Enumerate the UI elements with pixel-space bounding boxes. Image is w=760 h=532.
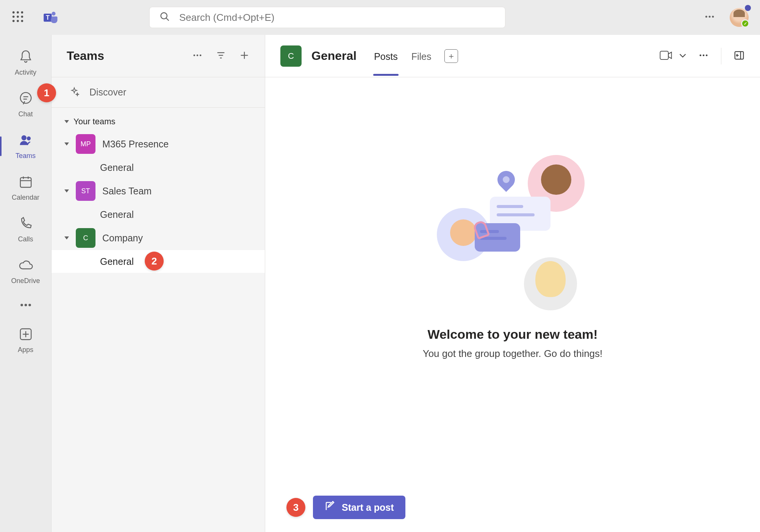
app-launcher-icon[interactable]: [11, 10, 24, 25]
svg-point-6: [13, 20, 15, 22]
discover-label: Discover: [89, 87, 126, 98]
team-name: Company: [102, 233, 143, 244]
team-row-sales[interactable]: ST Sales Team: [52, 179, 265, 203]
teams-panel-title: Teams: [67, 49, 104, 63]
svg-point-28: [28, 304, 31, 307]
rail-more[interactable]: [0, 293, 51, 319]
rail-calendar[interactable]: Calendar: [0, 167, 51, 208]
main-area: C General Posts Files ＋: [265, 35, 760, 532]
welcome-subtitle: You got the group together. Go do things…: [423, 348, 603, 360]
search-box[interactable]: [149, 7, 505, 28]
chevron-down-icon: [64, 120, 69, 123]
bell-icon: [19, 50, 33, 66]
channel-more-icon[interactable]: [698, 50, 709, 62]
chevron-down-icon: [676, 51, 689, 61]
channel-general-m365[interactable]: General: [52, 156, 265, 179]
svg-rect-44: [735, 52, 744, 59]
header-more-icon[interactable]: [704, 11, 715, 24]
teams-logo-icon: T: [43, 10, 58, 25]
svg-point-42: [703, 54, 705, 56]
welcome-title: Welcome to your new team!: [427, 327, 597, 342]
team-avatar: ST: [76, 181, 95, 201]
discover-row[interactable]: Discover: [52, 77, 265, 108]
svg-point-20: [22, 136, 26, 140]
search-input[interactable]: [179, 12, 495, 23]
annotation-badge-3: 3: [286, 498, 305, 517]
svg-point-7: [17, 20, 19, 22]
video-icon: [660, 51, 672, 61]
svg-rect-22: [20, 177, 31, 187]
svg-point-15: [709, 16, 711, 18]
annotation-badge-2: 2: [145, 252, 164, 271]
rail-chat-label: Chat: [18, 110, 33, 118]
svg-point-1: [17, 11, 19, 14]
rail-calendar-label: Calendar: [12, 194, 39, 202]
svg-point-43: [706, 54, 708, 56]
chevron-down-icon: [64, 142, 69, 146]
top-header: T: [0, 0, 760, 35]
rail-calls[interactable]: Calls: [0, 209, 51, 250]
svg-point-17: [20, 92, 31, 103]
tab-posts[interactable]: Posts: [374, 36, 398, 76]
tab-files[interactable]: Files: [411, 36, 432, 76]
your-teams-section: Your teams MP M365 Presence General ST S…: [52, 108, 265, 273]
rail-activity[interactable]: Activity: [0, 42, 51, 83]
start-post-button[interactable]: Start a post: [313, 496, 405, 519]
plus-icon: ＋: [447, 50, 455, 62]
welcome-illustration: [437, 155, 588, 310]
your-teams-header[interactable]: Your teams: [52, 117, 265, 132]
svg-point-11: [52, 12, 56, 16]
svg-point-21: [27, 137, 30, 140]
annotation-badge-1: 1: [37, 83, 56, 102]
add-team-icon[interactable]: [239, 50, 250, 62]
teams-more-icon[interactable]: [192, 50, 203, 62]
team-name: Sales Team: [102, 186, 152, 197]
your-teams-label: Your teams: [73, 117, 115, 127]
channel-label: General: [100, 256, 134, 267]
team-row-company[interactable]: C Company: [52, 226, 265, 250]
calendar-icon: [19, 175, 33, 191]
svg-line-13: [166, 18, 169, 21]
channel-header: C General Posts Files ＋: [265, 35, 760, 77]
svg-point-5: [21, 16, 23, 18]
svg-point-41: [700, 54, 702, 56]
compose-icon: [324, 501, 336, 514]
svg-rect-40: [660, 51, 668, 59]
user-avatar[interactable]: [730, 8, 749, 27]
sparkle-icon: [69, 86, 80, 99]
start-post-label: Start a post: [342, 502, 394, 513]
rail-apps[interactable]: Apps: [0, 320, 51, 361]
rail-activity-label: Activity: [15, 69, 36, 77]
teams-icon: [19, 133, 33, 149]
rail-teams[interactable]: Teams: [0, 126, 51, 167]
team-name: M365 Presence: [102, 139, 169, 150]
open-pane-icon[interactable]: [733, 50, 745, 63]
rail-apps-label: Apps: [18, 346, 33, 354]
svg-point-27: [24, 304, 27, 307]
filter-icon[interactable]: [216, 50, 226, 62]
channel-general-sales[interactable]: General: [52, 203, 265, 226]
welcome-area: Welcome to your new team! You got the gr…: [265, 77, 760, 483]
svg-point-8: [21, 20, 23, 22]
cloud-icon: [19, 258, 33, 274]
divider: [721, 48, 721, 64]
post-bar: 3 Start a post: [265, 483, 760, 532]
channel-general-company[interactable]: General 2: [52, 250, 265, 273]
rail-calls-label: Calls: [18, 235, 33, 243]
svg-point-3: [13, 16, 15, 18]
svg-point-4: [17, 16, 19, 18]
svg-point-33: [197, 54, 199, 56]
svg-point-16: [712, 16, 714, 18]
svg-point-2: [21, 11, 23, 14]
channel-name: General: [311, 49, 357, 63]
teams-panel: Teams Discover Your teams MP M365 Presen…: [52, 35, 265, 532]
team-avatar: C: [76, 228, 95, 248]
add-tab-button[interactable]: ＋: [444, 49, 458, 63]
team-row-m365[interactable]: MP M365 Presence: [52, 132, 265, 156]
svg-point-12: [161, 13, 167, 19]
rail-onedrive[interactable]: OneDrive: [0, 251, 51, 292]
meet-button[interactable]: [660, 51, 689, 61]
svg-point-26: [20, 304, 23, 307]
notification-dot-icon: [745, 5, 751, 11]
svg-point-34: [200, 54, 202, 56]
